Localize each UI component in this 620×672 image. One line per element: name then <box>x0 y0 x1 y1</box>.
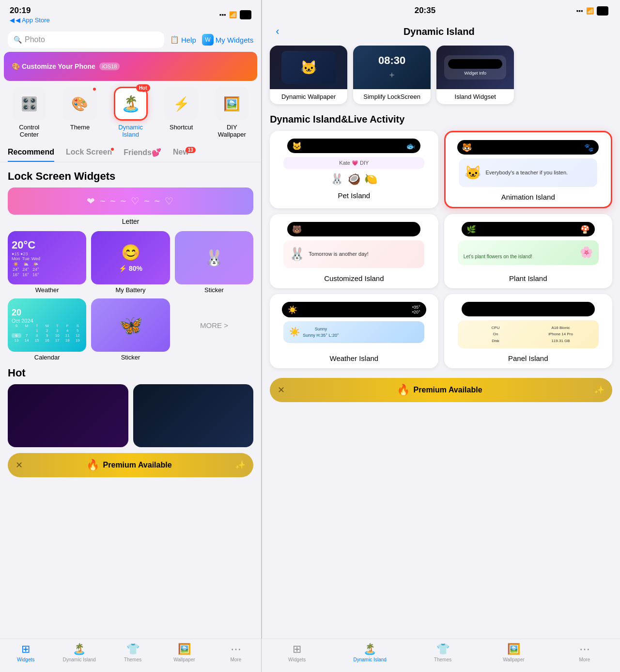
plant-island-pill: 🌿 🍄 <box>462 222 595 236</box>
right-scroll-area: 🐱 Dynamic Wallpaper 08:30 ＋ Simplify Loc… <box>262 46 620 672</box>
right-nav-widgets[interactable]: ⊞ Widgets <box>282 643 311 662</box>
left-bottom-nav: ⊞ Widgets 🏝️ Dynamic Island 👕 Themes 🖼️ … <box>0 639 262 672</box>
my-widgets-button[interactable]: W My Widgets <box>202 34 253 46</box>
right-more-nav-icon: ⋯ <box>579 643 590 656</box>
island-card-pet[interactable]: 🐱 🐟 Kate 💗 DIY 🐰 🥥 🍋 Pet Island <box>270 131 438 208</box>
nav-widgets[interactable]: ⊞ Widgets <box>11 643 40 662</box>
dynamic-island-label: DynamicIsland <box>118 124 143 138</box>
widget-card-sticker2[interactable]: 🦋 Sticker <box>91 298 170 361</box>
right-wallpaper-nav-label: Wallpaper <box>503 657 525 662</box>
simplify-lockscreen-label: Simplify LockScreen <box>353 89 431 104</box>
tabs-row: Recommend Lock Screen Friends💕 New 13 <box>0 144 261 162</box>
weather-sun-icon: ☀️ <box>288 305 297 314</box>
letter-symbol-2: ~ ~ ~ ♡ ~ ~ <box>100 195 161 207</box>
tab-new[interactable]: New 13 <box>173 144 189 162</box>
tab-lock-screen[interactable]: Lock Screen <box>66 144 112 162</box>
wallpaper-preview: 🐱 <box>281 51 336 84</box>
widget-card-weather[interactable]: 20°C ●15 ●23 Mon ☀️ 24° 16° Tue ⛅ <box>8 231 86 294</box>
right-nav-dynamic-island[interactable]: 🏝️ Dynamic Island <box>353 643 386 662</box>
right-nav-wallpaper[interactable]: 🖼️ Wallpaper <box>499 643 528 662</box>
battery-thumbnail: 😊 ⚡ 80% <box>91 231 170 284</box>
top-cat-lockscreen[interactable]: 08:30 ＋ Simplify LockScreen <box>353 46 431 104</box>
right-nav-more[interactable]: ⋯ More <box>570 643 599 662</box>
right-dynamic-island-nav-icon: 🏝️ <box>363 643 376 656</box>
banner-text: 🎨 Customize Your Phone <box>12 63 95 70</box>
island-card-weather[interactable]: ☀️ •35° •20° ☀️ Sunny Sunny H:35° L:20° <box>270 294 438 368</box>
dynamic-wallpaper-label: Dynamic Wallpaper <box>270 89 347 104</box>
pet-icons-row: 🐰 🥥 🍋 <box>330 173 377 186</box>
diy-wallpaper-label: DIYWallpaper <box>218 124 246 138</box>
category-item-shortcut[interactable]: ⚡ Shortcut <box>164 87 198 138</box>
nav-themes[interactable]: 👕 Themes <box>118 643 147 662</box>
premium-close-button[interactable]: ✕ <box>16 460 23 470</box>
category-item-diy-wallpaper[interactable]: 🖼️ DIYWallpaper <box>215 87 249 138</box>
more-nav-label: More <box>230 657 241 662</box>
hot-section: Hot ✕ 🔥 Premium Available ✨ <box>0 367 261 477</box>
cal-year: 20 <box>12 308 21 318</box>
right-premium-banner[interactable]: ✕ 🔥 Premium Available ✨ <box>270 378 612 402</box>
battery-face-icon: 😊 <box>121 243 140 262</box>
help-button[interactable]: 📋 Help <box>170 35 196 44</box>
island-card-plant[interactable]: 🌿 🍄 Let's plant flowers on the island! 🌸… <box>444 214 612 288</box>
right-themes-nav-icon: 👕 <box>436 643 450 656</box>
top-banner[interactable]: 🎨 Customize Your Phone iOS18 <box>4 52 257 81</box>
weather-label: Weather <box>35 286 59 294</box>
customized-content: 🐰 Tomorrow is another day! <box>283 240 424 267</box>
weather-thumbnail: 20°C ●15 ●23 Mon ☀️ 24° 16° Tue ⛅ <box>8 231 86 284</box>
right-wifi-icon: 📶 <box>586 7 594 15</box>
right-premium-close[interactable]: ✕ <box>278 385 285 395</box>
weather-day-mon: Mon ☀️ 24° 16° <box>12 256 20 277</box>
hot-card-1[interactable] <box>8 384 128 447</box>
widget-card-calendar[interactable]: 20 Oct 2024 SMTWTFS 12345 6789101112 131… <box>8 298 86 361</box>
app-store-back[interactable]: ◀ ◀ App Store <box>10 16 50 24</box>
pet-island-pill: 🐱 🐟 <box>287 139 420 153</box>
tab-recommend[interactable]: Recommend <box>8 144 54 162</box>
widget-card-more[interactable]: MORE > <box>175 298 253 361</box>
weather-temp: 20°C <box>12 239 82 251</box>
island-card-animation[interactable]: 🐯 🐾 🐱 Everybody's a teacher if you liste… <box>444 131 612 208</box>
animation-island-label: Animation Island <box>446 191 611 207</box>
weather-subtitle: ●15 ●23 <box>12 251 82 256</box>
customized-island-label: Customized Island <box>270 272 438 288</box>
premium-banner[interactable]: ✕ 🔥 Premium Available ✨ <box>8 453 253 477</box>
letter-symbol-1: ❤ <box>87 195 96 207</box>
tab-friends[interactable]: Friends💕 <box>124 144 161 162</box>
right-widgets-nav-label: Widgets <box>288 657 306 662</box>
right-page-title: Dynamic Island <box>287 26 591 37</box>
hot-badge: Hot <box>136 84 150 92</box>
shortcut-label: Shortcut <box>170 124 193 131</box>
plant-content: Let's plant flowers on the island! 🌸 <box>458 240 599 265</box>
island-card-customized[interactable]: 🐻 🐰 Tomorrow is another day! Customized … <box>270 214 438 288</box>
left-status-icons: ▪▪▪ 📶 84 <box>219 10 251 19</box>
search-placeholder: Photo <box>25 35 45 44</box>
nav-wallpaper[interactable]: 🖼️ Wallpaper <box>170 643 199 662</box>
weather-inner: 20°C ●15 ●23 Mon ☀️ 24° 16° Tue ⛅ <box>12 239 82 277</box>
search-input-wrap[interactable]: 🔍 Photo <box>8 31 164 48</box>
right-back-button[interactable]: ‹ <box>272 23 283 40</box>
anim-pill-left-icon: 🐯 <box>462 143 472 152</box>
top-cat-dynamic-wallpaper[interactable]: 🐱 Dynamic Wallpaper <box>270 46 347 104</box>
category-item-dynamic-island[interactable]: Hot 🏝️ DynamicIsland <box>114 87 148 138</box>
island-card-panel[interactable]: CPUA16 Bionic OniPhone 14 Pro Disk119.31… <box>444 294 612 368</box>
widget-card-battery[interactable]: 😊 ⚡ 80% My Battery <box>91 231 170 294</box>
island-widget-thumb: Widget Info <box>436 46 514 89</box>
sticker1-icon: 🐰 <box>204 249 224 267</box>
more-thumbnail: MORE > <box>175 298 253 352</box>
theme-label: Theme <box>70 124 90 131</box>
right-status-icons: ▪▪▪ 📶 77 <box>576 6 608 16</box>
nav-more[interactable]: ⋯ More <box>221 643 250 662</box>
premium-text-wrap: 🔥 Premium Available <box>86 459 172 471</box>
category-item-theme[interactable]: 🎨 Theme <box>63 87 97 138</box>
hot-card-2[interactable] <box>133 384 254 447</box>
right-themes-nav-label: Themes <box>434 657 451 662</box>
top-cat-island-widget[interactable]: Widget Info Island Widgset <box>436 46 514 104</box>
widget-card-sticker1[interactable]: 🐰 Sticker <box>175 231 253 294</box>
category-item-control-center[interactable]: 🎛️ ControlCenter <box>12 87 46 138</box>
letter-banner[interactable]: ❤ ~ ~ ~ ♡ ~ ~ ♡ <box>8 188 253 215</box>
kate-label: Kate 💗 DIY <box>283 157 424 169</box>
animation-island-pill: 🐯 🐾 <box>457 140 599 155</box>
right-nav-themes[interactable]: 👕 Themes <box>428 643 457 662</box>
clock-display: 08:30 <box>378 54 405 67</box>
nav-dynamic-island[interactable]: 🏝️ Dynamic Island <box>62 643 95 662</box>
panel-island-pill <box>462 302 595 316</box>
